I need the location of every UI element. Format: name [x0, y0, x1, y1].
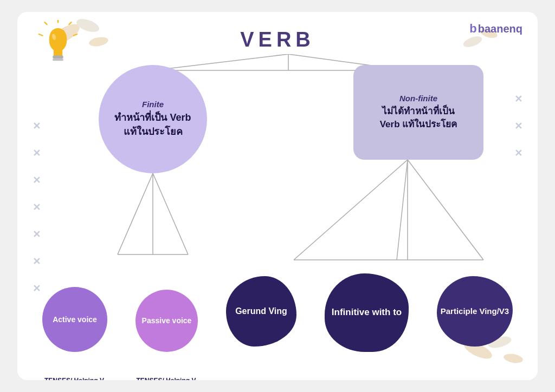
- nonfinite-thai: ไม่ได้ทำหน้าที่เป็น Verb แท้ในประโยค: [380, 105, 457, 131]
- finite-label: Finite: [142, 100, 164, 109]
- passive-voice-sub: TENSES/ Helping V.: [136, 377, 197, 380]
- svg-line-12: [74, 34, 78, 35]
- svg-line-11: [44, 22, 47, 24]
- svg-point-6: [462, 34, 483, 49]
- passive-voice-label: Passive voice: [142, 316, 192, 325]
- active-voice-node: Active voice: [42, 287, 107, 352]
- diagram: Finite ทำหน้าที่เป็น Verb แท้ในประโยค No…: [28, 54, 527, 374]
- svg-line-22: [397, 160, 408, 260]
- svg-line-23: [408, 160, 483, 260]
- svg-point-2: [88, 36, 109, 48]
- svg-line-10: [69, 22, 71, 24]
- passive-voice-node: Passive voice: [135, 290, 198, 352]
- svg-line-17: [153, 54, 288, 70]
- infinitive-label: Infinitive with to: [332, 306, 402, 318]
- svg-line-21: [294, 160, 408, 260]
- svg-line-19: [118, 173, 153, 254]
- infinitive-node: Infinitive with to: [325, 273, 409, 352]
- logo-icon: b: [469, 22, 476, 36]
- gerund-label: Gerund Ving: [235, 306, 287, 317]
- participle-node: Participle Ving/V3: [437, 276, 513, 347]
- finite-thai: ทำหน้าที่เป็น Verb แท้ในประโยค: [114, 111, 191, 138]
- active-voice-sub: TENSES/ Helping V.: [44, 377, 105, 380]
- logo-text: baanenq: [478, 23, 522, 35]
- logo: b baanenq: [469, 22, 522, 36]
- active-voice-label: Active voice: [53, 315, 97, 324]
- active-voice-wrapper: Active voice TENSES/ Helping V.: [42, 287, 107, 368]
- nonfinite-label: Non-finite: [399, 94, 437, 103]
- svg-line-20: [153, 173, 188, 254]
- bottom-nodes: Active voice TENSES/ Helping V. Passive …: [28, 273, 527, 368]
- participle-label: Participle Ving/V3: [441, 306, 509, 317]
- nonfinite-node: Non-finite ไม่ได้ทำหน้าที่เป็น Verb แท้ใ…: [353, 65, 483, 160]
- finite-node: Finite ทำหน้าที่เป็น Verb แท้ในประโยค: [99, 65, 207, 173]
- gerund-wrapper: Gerund Ving: [226, 276, 296, 352]
- gerund-node: Gerund Ving: [226, 276, 296, 347]
- svg-line-13: [39, 34, 43, 35]
- passive-voice-wrapper: Passive voice TENSES/ Helping V.: [135, 290, 198, 368]
- participle-wrapper: Participle Ving/V3: [437, 276, 513, 352]
- main-card: ✕ ✕ ✕ ✕ ✕ ✕ ✕ ✕ ✕ ✕ b baanenq: [17, 12, 538, 380]
- infinitive-wrapper: Infinitive with to: [325, 273, 409, 357]
